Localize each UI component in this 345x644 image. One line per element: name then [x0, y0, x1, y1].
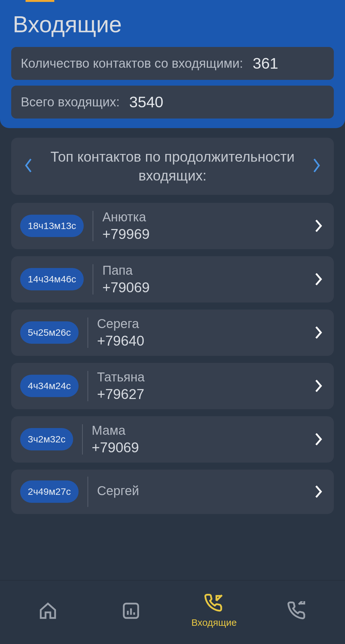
- contact-row[interactable]: 4ч34м24с Татьяна +79627: [11, 363, 334, 409]
- nav-stats[interactable]: [89, 601, 172, 620]
- contact-info: Папа +79069: [102, 263, 303, 295]
- chevron-left-icon: [24, 157, 33, 175]
- chevron-right-icon: [312, 218, 325, 234]
- contact-row[interactable]: 2ч49м27с Сергей: [11, 470, 334, 514]
- chevron-right-icon: [312, 271, 325, 287]
- stat-contacts-count: Количество контактов со входящими: 361: [11, 47, 334, 80]
- contact-info: Серега +79640: [97, 317, 303, 349]
- chevron-right-icon: [312, 157, 321, 175]
- chevron-right-icon: [312, 484, 325, 500]
- stat-label: Всего входящих:: [21, 95, 120, 109]
- carousel-next-button[interactable]: [309, 158, 324, 174]
- chevron-right-icon: [312, 325, 325, 341]
- nav-outgoing[interactable]: [256, 601, 339, 620]
- nav-incoming[interactable]: Входящие: [172, 594, 256, 628]
- duration-pill: 18ч13м13с: [20, 215, 84, 237]
- top-accent-bar: [26, 0, 54, 2]
- contact-info: Анютка +79969: [102, 210, 303, 242]
- phone-incoming-icon: [204, 594, 224, 613]
- stat-value: 361: [253, 55, 278, 72]
- row-divider: [88, 371, 88, 401]
- phone-outgoing-icon: [288, 601, 307, 620]
- header: Входящие Количество контактов со входящи…: [0, 0, 345, 128]
- row-divider: [93, 264, 93, 295]
- contact-phone: +79069: [92, 440, 303, 456]
- stat-value: 3540: [129, 93, 164, 111]
- contact-name: Мама: [92, 423, 303, 438]
- duration-pill: 14ч34м46с: [20, 268, 84, 290]
- contact-name: Анютка: [102, 210, 303, 224]
- stat-total-incoming: Всего входящих: 3540: [11, 86, 334, 119]
- contact-phone: +79627: [97, 386, 303, 402]
- contact-name: Папа: [102, 263, 303, 278]
- row-divider: [88, 318, 88, 348]
- page-title: Входящие: [13, 11, 334, 37]
- row-divider: [88, 477, 88, 507]
- contact-phone: +79069: [102, 280, 303, 295]
- contact-phone: +79640: [97, 333, 303, 349]
- contact-name: Сергей: [97, 484, 303, 498]
- carousel-title: Топ контактов по продолжительности входя…: [36, 147, 309, 185]
- home-icon: [38, 601, 57, 620]
- stat-label: Количество контактов со входящими:: [21, 56, 243, 71]
- nav-label: Входящие: [191, 617, 237, 628]
- row-divider: [93, 211, 93, 241]
- bar-chart-icon: [121, 601, 141, 620]
- duration-pill: 3ч2м32с: [20, 428, 73, 450]
- row-divider: [82, 424, 83, 455]
- contact-list: 18ч13м13с Анютка +79969 14ч34м46с Папа +…: [11, 203, 334, 514]
- content-area: Топ контактов по продолжительности входя…: [0, 128, 345, 514]
- contact-row[interactable]: 3ч2м32с Мама +79069: [11, 416, 334, 463]
- list-fade-overlay: [0, 542, 345, 580]
- contact-info: Сергей: [97, 484, 303, 500]
- duration-pill: 4ч34м24с: [20, 375, 79, 397]
- chevron-right-icon: [312, 431, 325, 447]
- nav-home[interactable]: [6, 601, 89, 620]
- duration-pill: 5ч25м26с: [20, 321, 79, 344]
- contact-row[interactable]: 18ч13м13с Анютка +79969: [11, 203, 334, 249]
- contact-phone: +79969: [102, 226, 303, 242]
- contact-info: Татьяна +79627: [97, 370, 303, 402]
- chevron-right-icon: [312, 378, 325, 394]
- contact-info: Мама +79069: [92, 423, 303, 456]
- contact-row[interactable]: 5ч25м26с Серега +79640: [11, 310, 334, 356]
- bottom-nav: Входящие: [0, 580, 345, 644]
- carousel-header: Топ контактов по продолжительности входя…: [11, 138, 334, 195]
- contact-row[interactable]: 14ч34м46с Папа +79069: [11, 256, 334, 303]
- duration-pill: 2ч49м27с: [20, 480, 79, 503]
- contact-name: Серега: [97, 317, 303, 331]
- carousel-prev-button[interactable]: [21, 158, 36, 174]
- contact-name: Татьяна: [97, 370, 303, 384]
